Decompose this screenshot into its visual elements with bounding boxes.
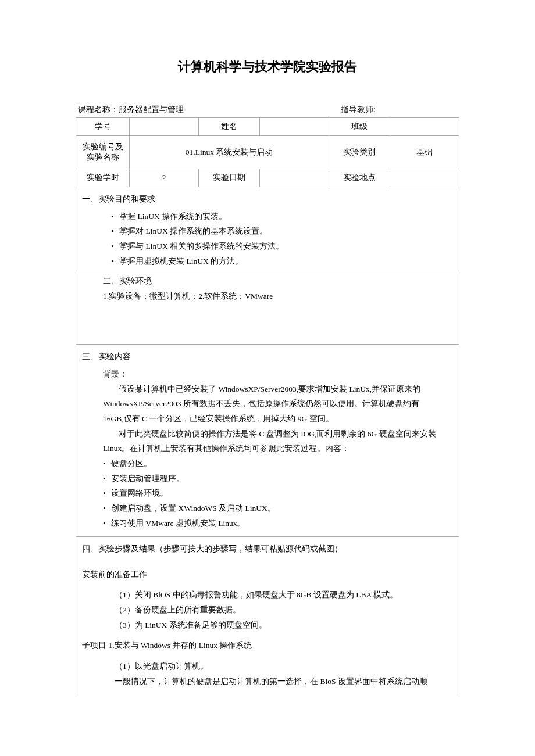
section1-list: 掌握 LinUX 操作系统的安装。 掌握对 LinUX 操作系统的基本系统设置。… [111, 209, 453, 269]
cell-student-id-label: 学号 [76, 118, 130, 136]
section3-head: 三、实验内容 [82, 349, 453, 364]
list-item: 安装启动管理程序。 [103, 471, 453, 486]
list-item: 掌握对 LinUX 操作系统的基本系统设置。 [111, 224, 453, 239]
cell-place-value [390, 169, 459, 187]
bg-p1: 假设某计算机中已经安装了 WindowsXP/Server2003,要求增加安装… [82, 382, 453, 397]
cell-name-value [260, 118, 329, 136]
list-item: 设置网络环境。 [103, 486, 453, 501]
table-row: 实验学时 2 实验日期 实验地点 [76, 169, 459, 187]
cell-class-label: 班级 [329, 118, 390, 136]
sub1-a: （1）以光盘启动计算机。 [82, 659, 453, 674]
list-item: 掌握用虚拟机安装 LinUX 的方法。 [111, 254, 453, 269]
teacher-label: 指导教师: [341, 105, 376, 114]
sub1-b: 一般情况下，计算机的硬盘是启动计算机的第一选择，在 BloS 设置界面中将系统启… [82, 674, 453, 689]
prep-2: （2）备份硬盘上的所有重要数据。 [82, 603, 453, 618]
cell-date-value [260, 169, 329, 187]
course-value: 服务器配置与管理 [119, 105, 184, 114]
section2-head: 二、实验环境 [103, 274, 453, 289]
info-table: 学号 姓名 班级 实验编号及实验名称 01.Linux 系统安装与启动 实验类别… [76, 117, 459, 187]
list-item: 练习使用 VMware 虚拟机安装 Linux。 [103, 516, 453, 531]
section1-head: 一、实验目的和要求 [82, 192, 453, 207]
cell-name-label: 姓名 [198, 118, 259, 136]
cell-place-label: 实验地点 [329, 169, 390, 187]
cell-date-label: 实验日期 [198, 169, 259, 187]
section4-head: 四、实验步骤及结果（步骤可按大的步骤写，结果可粘贴源代码或截图） [82, 542, 453, 557]
bg-label: 背景： [82, 367, 453, 382]
list-item: 掌握 LinUX 操作系统的安装。 [111, 209, 453, 224]
meta-row: 课程名称：服务器配置与管理 指导教师: [76, 105, 459, 115]
course-label: 课程名称： [78, 105, 119, 114]
prep-head: 安装前的准备工作 [82, 567, 453, 582]
cell-class-value [390, 118, 459, 136]
list-item: 掌握与 LinUX 相关的多操作系统的安装方法。 [111, 239, 453, 254]
prep-1: （1）关闭 BlOS 中的病毒报警功能，如果硬盘大于 8GB 设置硬盘为 LBA… [82, 587, 453, 603]
cell-exp-name-value: 01.Linux 系统安装与启动 [130, 136, 329, 169]
table-row: 实验编号及实验名称 01.Linux 系统安装与启动 实验类别 基础 [76, 136, 459, 169]
list-item: 硬盘分区。 [103, 456, 453, 471]
bg-p2: WindowsXP/Server2003 所有数据不丢失，包括原操作系统仍然可以… [82, 396, 453, 411]
page-title: 计算机科学与技术学院实验报告 [76, 58, 459, 76]
divider [76, 271, 459, 271]
cell-exp-type-value: 基础 [390, 136, 459, 169]
list-item: 创建启动盘，设置 XWindoWS 及启动 LinUX。 [103, 501, 453, 516]
table-row: 学号 姓名 班级 [76, 118, 459, 136]
cell-hours-value: 2 [130, 169, 199, 187]
section-1-2: 一、实验目的和要求 掌握 LinUX 操作系统的安装。 掌握对 LinUX 操作… [76, 187, 459, 345]
sub1-head: 子项目 1.安装与 Windows 并存的 Linux 操作系统 [82, 638, 453, 653]
section3-list: 硬盘分区。 安装启动管理程序。 设置网络环境。 创建启动盘，设置 XWindoW… [103, 456, 453, 531]
bg-p4: 对于此类硬盘比较简便的操作方法是将 C 盘调整为 IOG,而利用剩余的 6G 硬… [82, 427, 453, 442]
cell-exp-name-label: 实验编号及实验名称 [76, 136, 130, 169]
prep-3: （3）为 LinUX 系统准备足够的硬盘空间。 [82, 618, 453, 633]
cell-student-id-value [130, 118, 199, 136]
cell-exp-type-label: 实验类别 [329, 136, 390, 169]
bg-p5: Linux。在计算机上安装有其他操作系统均可参照此安装过程。内容： [82, 441, 453, 456]
section-3: 三、实验内容 背景： 假设某计算机中已经安装了 WindowsXP/Server… [76, 345, 459, 537]
section-4: 四、实验步骤及结果（步骤可按大的步骤写，结果可粘贴源代码或截图） 安装前的准备工… [76, 537, 459, 694]
cell-hours-label: 实验学时 [76, 169, 130, 187]
section2-line: 1.实验设备：微型计算机；2.软件系统：VMware [103, 289, 453, 304]
bg-p3: 16GB,仅有 C 一个分区，已经安装操作系统，用掉大约 9G 空间。 [82, 411, 453, 427]
